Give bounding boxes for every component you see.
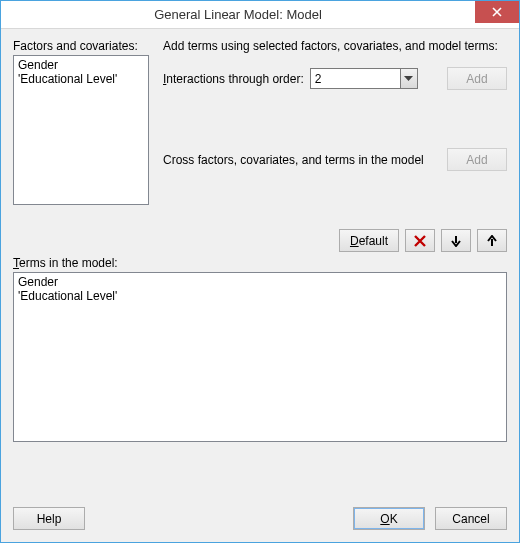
interactions-label: Interactions through order:: [163, 72, 304, 86]
chevron-down-icon: [404, 76, 413, 82]
window-title: General Linear Model: Model: [1, 7, 475, 22]
dialog-body: Factors and covariates: Gender 'Educatio…: [1, 29, 519, 542]
terms-toolbar: Default: [13, 229, 507, 252]
titlebar: General Linear Model: Model: [1, 1, 519, 29]
combo-dropdown-button[interactable]: [400, 69, 417, 88]
top-row: Factors and covariates: Gender 'Educatio…: [13, 39, 507, 205]
arrow-down-icon: [450, 235, 462, 247]
add-interaction-button[interactable]: Add: [447, 67, 507, 90]
cancel-button[interactable]: Cancel: [435, 507, 507, 530]
list-item[interactable]: Gender: [18, 275, 502, 289]
add-cross-button[interactable]: Add: [447, 148, 507, 171]
factors-label: Factors and covariates:: [13, 39, 149, 53]
add-terms-instruction: Add terms using selected factors, covari…: [163, 39, 507, 53]
cross-row: Cross factors, covariates, and terms in …: [163, 148, 507, 171]
close-icon: [492, 7, 502, 17]
close-button[interactable]: [475, 1, 519, 23]
interaction-order-combo[interactable]: 2: [310, 68, 418, 89]
terms-label: Terms in the model:: [13, 256, 507, 270]
ok-button[interactable]: OK: [353, 507, 425, 530]
delete-term-button[interactable]: [405, 229, 435, 252]
default-button[interactable]: Default: [339, 229, 399, 252]
terms-listbox[interactable]: Gender 'Educational Level': [13, 272, 507, 442]
interaction-order-value: 2: [311, 72, 400, 86]
delete-x-icon: [414, 235, 426, 247]
add-terms-column: Add terms using selected factors, covari…: [163, 39, 507, 205]
interactions-row: Interactions through order: 2 Add: [163, 67, 507, 90]
factors-listbox[interactable]: Gender 'Educational Level': [13, 55, 149, 205]
cross-terms-label: Cross factors, covariates, and terms in …: [163, 153, 441, 167]
list-item[interactable]: 'Educational Level': [18, 289, 502, 303]
bottom-button-row: Help OK Cancel: [13, 507, 507, 530]
factors-column: Factors and covariates: Gender 'Educatio…: [13, 39, 149, 205]
list-item[interactable]: Gender: [18, 58, 144, 72]
list-item[interactable]: 'Educational Level': [18, 72, 144, 86]
arrow-up-icon: [486, 235, 498, 247]
move-up-button[interactable]: [477, 229, 507, 252]
dialog-window: General Linear Model: Model Factors and …: [0, 0, 520, 543]
move-down-button[interactable]: [441, 229, 471, 252]
help-button[interactable]: Help: [13, 507, 85, 530]
